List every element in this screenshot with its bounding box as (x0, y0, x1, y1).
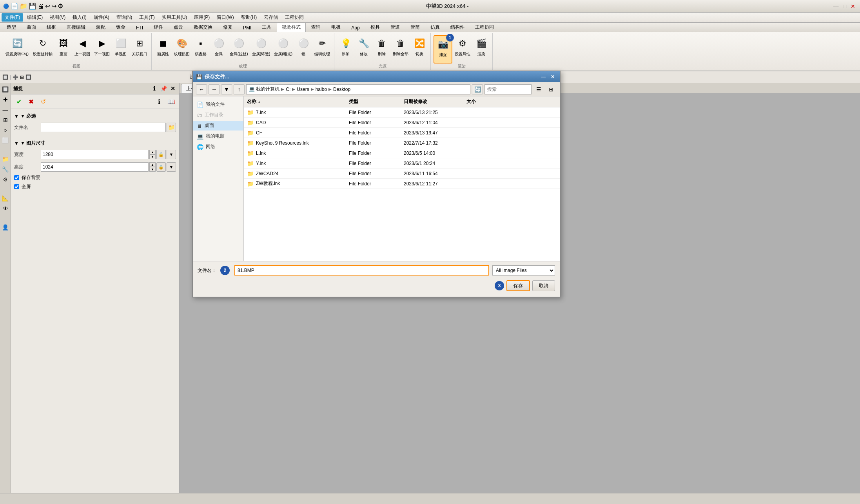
set-rotation-axis-btn[interactable]: ↻ 设定旋转轴 (31, 35, 54, 63)
file-row-3[interactable]: 📁 KeyShot 9 Resources.lnk File Folder 20… (244, 138, 560, 148)
left-tb-1[interactable]: 🔲 (1, 85, 10, 94)
width-extra-btn[interactable]: ▼ (167, 150, 176, 159)
tab-mold[interactable]: 模具 (365, 22, 385, 32)
filename-field[interactable] (234, 265, 489, 276)
path-c[interactable]: C: (286, 87, 290, 92)
tab-tools[interactable]: 工具 (257, 22, 276, 32)
single-view-btn[interactable]: ⬜ 单视图 (112, 35, 129, 63)
sidebar-desktop[interactable]: 🖥 桌面 (193, 121, 243, 131)
menu-insert[interactable]: 插入(I) (69, 13, 89, 22)
menu-app[interactable]: 应用(P) (191, 13, 213, 22)
maximize-btn[interactable]: □ (842, 3, 848, 9)
menu-view[interactable]: 视图(V) (47, 13, 69, 22)
sidebar-work-dir[interactable]: 🗂 工作目录 (193, 110, 243, 120)
sidebar-my-computer[interactable]: 💻 我的电脑 (193, 131, 243, 141)
file-row-1[interactable]: 📁 CAD File Folder 2023/6/12 11:04 (244, 118, 560, 128)
capture-btn[interactable]: 📷 捕捉 1 (434, 35, 452, 63)
dialog-forward-btn[interactable]: → (209, 84, 220, 94)
dialog-refresh-btn[interactable]: 🔄 (472, 84, 483, 94)
add-light-btn[interactable]: 💡 添加 (337, 35, 354, 63)
apply-btn[interactable]: ↺ (38, 96, 49, 107)
tab-pipe[interactable]: 管道 (385, 22, 405, 32)
open-icon[interactable]: 📁 (20, 2, 27, 10)
menu-cloud[interactable]: 云存储 (261, 13, 281, 22)
redo-icon[interactable]: ↪ (51, 2, 56, 10)
tab-apptools[interactable]: App (346, 24, 365, 32)
left-tb-3[interactable]: — (1, 105, 10, 114)
menu-collab[interactable]: 工程协同 (282, 13, 307, 22)
left-tb-12[interactable]: 👤 (1, 223, 10, 232)
menu-query[interactable]: 查询(N) (113, 13, 136, 22)
menu-tools[interactable]: 工具(T) (136, 13, 158, 22)
tab-assembly[interactable]: 装配 (91, 22, 111, 32)
panel-pin-btn[interactable]: 📌 (160, 85, 167, 92)
set-rotation-center-btn[interactable]: 🔄 设置旋转中心 (4, 35, 31, 63)
height-up-btn[interactable]: ▲ (149, 162, 156, 167)
left-tb-6[interactable]: ⬜ (1, 136, 10, 145)
col-date[interactable]: 日期被修改 (401, 97, 463, 107)
dialog-search-input[interactable] (484, 84, 532, 94)
dialog-close-btn[interactable]: ✕ (549, 73, 557, 80)
modify-light-btn[interactable]: 🔧 修改 (355, 35, 372, 63)
tab-wireframe[interactable]: 线框 (42, 22, 61, 32)
tab-weld[interactable]: 焊件 (149, 22, 168, 32)
sidebar-my-files[interactable]: 📄 我的文件 (193, 100, 243, 109)
window-controls[interactable]: — □ ✕ (832, 3, 857, 9)
menu-utilities[interactable]: 实用工具(U) (159, 13, 191, 22)
menu-help[interactable]: 帮助(H) (238, 13, 260, 22)
left-tb-9[interactable]: ⚙ (1, 175, 10, 184)
menu-window[interactable]: 窗口(W) (214, 13, 237, 22)
left-tb-11[interactable]: 👁 (1, 204, 10, 213)
file-row-4[interactable]: 📁 L.lnk File Folder 2023/6/5 14:00 (244, 148, 560, 158)
tab-sheetmetal[interactable]: 钣金 (111, 22, 131, 32)
sidebar-network[interactable]: 🌐 网络 (193, 142, 243, 152)
width-down-btn[interactable]: ▼ (149, 154, 156, 159)
menu-edit[interactable]: 编辑(E) (24, 13, 46, 22)
width-input[interactable] (41, 150, 149, 159)
face-props-btn[interactable]: ◼ 面属性 (154, 35, 172, 63)
print-icon[interactable]: 🖨 (38, 3, 44, 10)
image-size-section-header[interactable]: ▼ ▼ 图片尺寸 (14, 138, 176, 148)
save-button[interactable]: 保存 (506, 280, 530, 291)
tab-tube[interactable]: 管筒 (405, 22, 425, 32)
file-row-7[interactable]: 📁 ZW教程.lnk File Folder 2023/6/12 11:27 (244, 179, 560, 189)
delete-light-btn[interactable]: 🗑 删除 (373, 35, 390, 63)
required-section-header[interactable]: ▼ ▼ 必选 (14, 111, 176, 121)
height-input[interactable] (41, 162, 149, 172)
left-tb-8[interactable]: 🔧 (1, 165, 10, 174)
tab-query[interactable]: 查询 (306, 22, 326, 32)
file-row-0[interactable]: 📁 7.lnk File Folder 2023/6/13 21:25 (244, 107, 560, 118)
dialog-view-grid-btn[interactable]: ⊞ (546, 84, 557, 94)
path-desktop[interactable]: Desktop (333, 87, 350, 92)
path-computer[interactable]: 💻 我的计算机 (249, 86, 279, 92)
menu-file[interactable]: 文件(F) (2, 13, 23, 22)
undo-icon[interactable]: ↩ (45, 2, 50, 10)
file-row-2[interactable]: 📁 CF File Folder 2023/6/13 19:47 (244, 128, 560, 138)
options-icon[interactable]: ⚙ (58, 2, 63, 10)
col-name[interactable]: 名称 ▲ (244, 97, 346, 107)
filename-input[interactable] (41, 123, 166, 132)
filetype-select[interactable]: All Image Files BMP Files (*.bmp) PNG Fi… (492, 265, 555, 276)
dialog-minimize-btn[interactable]: — (539, 73, 547, 80)
dialog-view-list-btn[interactable]: ☰ (533, 84, 544, 94)
height-extra-btn[interactable]: ▼ (167, 162, 176, 172)
tab-electrode[interactable]: 电极 (326, 22, 346, 32)
render-settings-btn[interactable]: ⚙ 设置属性 (453, 35, 472, 63)
tab-pointcloud[interactable]: 点云 (169, 22, 188, 32)
cancel-form-btn[interactable]: ✖ (25, 96, 36, 107)
left-tb-10[interactable]: 📐 (1, 194, 10, 203)
width-icon-btn[interactable]: 🔒 (156, 150, 166, 159)
metal-matte-btn[interactable]: ⚪ 金属(哑光) (272, 35, 294, 63)
checkerboard-btn[interactable]: ▪ 棋盘格 (192, 35, 209, 63)
panel-info-btn[interactable]: ℹ (150, 85, 158, 92)
tab-engcollab[interactable]: 工程协同 (470, 22, 499, 32)
linked-viewport-btn[interactable]: ⊞ 关联视口 (130, 35, 149, 63)
close-btn[interactable]: ✕ (849, 3, 857, 9)
prev-view-btn[interactable]: ◀ 上一视图 (73, 35, 92, 63)
dialog-back-btn[interactable]: ← (196, 84, 207, 94)
save-background-checkbox[interactable] (14, 175, 19, 180)
dialog-dropdown-btn[interactable]: ▼ (221, 84, 232, 94)
minimize-btn[interactable]: — (832, 3, 840, 9)
left-tb-4[interactable]: ⊞ (1, 115, 10, 125)
path-users[interactable]: Users (297, 87, 309, 92)
